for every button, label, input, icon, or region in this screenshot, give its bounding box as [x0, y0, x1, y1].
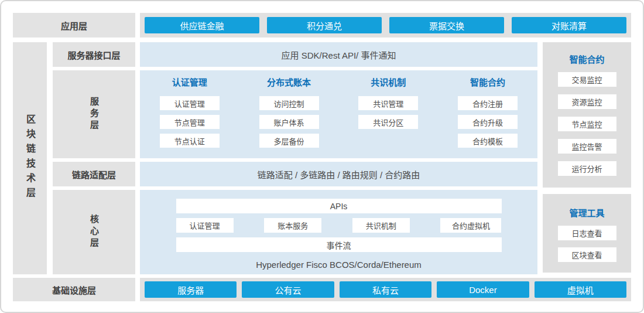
server-interface-layer-label: 服务器接口层: [53, 42, 135, 67]
core-layer-panel: APIs 认证管理 账本服务 共识机制 合约虚拟机 事件流 Hyperledge…: [140, 190, 537, 274]
panel-item-block-view: 区块查看: [558, 247, 616, 262]
blockchain-tech-layer-label: 区块链技术层: [23, 114, 37, 202]
panel-item-resource-monitor: 资源监控: [558, 94, 616, 109]
service-column-header: 分布式账本: [267, 77, 311, 88]
apis-bar: APIs: [176, 199, 502, 213]
blockchain-tech-layer-labelbox: 区块链技术层: [13, 42, 47, 274]
infra-button-server: 服务器: [145, 281, 237, 298]
panel-item-log-view: 日志查看: [558, 226, 616, 240]
panel-item-operation-analysis: 运行分析: [558, 161, 616, 176]
app-button-reconciliation: 对账清算: [512, 17, 626, 33]
right-panel-column: 智能合约 交易监控 资源监控 节点监控 监控告警 运行分析 管理工具 日志查看 …: [543, 42, 631, 274]
service-item: 合约模板: [458, 134, 518, 148]
app-layer-label: 应用层: [13, 13, 135, 38]
service-layer-label-text: 服务层: [88, 97, 100, 132]
management-tools-panel-items: 日志查看 区块查看: [558, 226, 616, 262]
service-item: 节点管理: [160, 115, 220, 129]
management-tools-panel: 管理工具 日志查看 区块查看: [543, 194, 631, 273]
service-column-header: 智能合约: [470, 77, 505, 88]
infra-button-private-cloud: 私有云: [340, 281, 431, 298]
infra-button-docker: Docker: [437, 281, 529, 298]
panel-item-transaction-monitor: 交易监控: [558, 72, 616, 87]
service-item: 多层备份: [259, 134, 319, 148]
event-stream-bar: 事件流: [176, 237, 502, 252]
service-column-header: 共识机制: [371, 77, 406, 88]
core-module: 账本服务: [264, 218, 321, 233]
link-adapter-bar: 链路适配 / 多链路由 / 路由规则 / 合约路由: [140, 162, 537, 186]
service-item: 节点认证: [160, 134, 220, 148]
service-layer-panel: 认证管理 认证管理 节点管理 节点认证 分布式账本 访问控制 账户体系 多层备份…: [140, 70, 537, 158]
service-column-ledger: 分布式账本 访问控制 账户体系 多层备份: [239, 77, 339, 158]
app-button-points-exchange: 积分通兑: [267, 17, 382, 33]
app-button-bill-exchange: 票据交换: [389, 17, 504, 33]
core-layer-label-text: 核心层: [88, 215, 100, 250]
core-module: 合约虚拟机: [440, 218, 501, 233]
service-column-smart-contract: 智能合约 合约注册 合约升级 合约模板: [438, 77, 537, 158]
core-modules-row: 认证管理 账本服务 共识机制 合约虚拟机: [176, 218, 502, 233]
smart-contract-panel-items: 交易监控 资源监控 节点监控 监控告警 运行分析: [558, 72, 616, 176]
service-item: 合约升级: [458, 115, 518, 129]
core-module: 认证管理: [176, 218, 234, 233]
service-column-header: 认证管理: [172, 77, 207, 88]
service-column-auth: 认证管理 认证管理 节点管理 节点认证: [140, 77, 239, 158]
platforms-text: Hyperledger Fisco BCOS/Corda/Ethereum: [256, 260, 422, 270]
core-layer-label: 核心层: [53, 190, 135, 274]
management-tools-panel-header: 管理工具: [569, 206, 604, 219]
panel-item-node-monitor: 节点监控: [558, 117, 616, 131]
link-adapter-layer-label: 链路适配层: [53, 162, 135, 186]
panel-item-monitor-alert: 监控告警: [558, 139, 616, 154]
service-item: 认证管理: [160, 96, 220, 110]
infrastructure-button-strip: 服务器 公有云 私有云 Docker 虚拟机: [140, 278, 631, 301]
service-item: 共识分区: [358, 115, 418, 129]
service-item: 访问控制: [259, 96, 319, 110]
service-layer-label: 服务层: [53, 70, 135, 158]
service-item: 共识管理: [358, 96, 418, 110]
infrastructure-layer-row: 基础设施层 服务器 公有云 私有云 Docker 虚拟机: [13, 278, 631, 301]
infra-button-vm: 虚拟机: [535, 281, 626, 298]
app-button-supply-chain-finance: 供应链金融: [145, 17, 259, 33]
app-layer-button-strip: 供应链金融 积分通兑 票据交换 对账清算: [140, 13, 631, 38]
sublayer-content-column: 应用 SDK/Rest API/ 事件通知 认证管理 认证管理 节点管理 节点认…: [140, 42, 537, 274]
smart-contract-panel: 智能合约 交易监控 资源监控 节点监控 监控告警 运行分析: [543, 42, 631, 188]
blockchain-architecture-diagram: 应用层 供应链金融 积分通兑 票据交换 对账清算 区块链技术层 服务器接口层 服…: [0, 0, 644, 313]
blockchain-tech-layer: 区块链技术层 服务器接口层 服务层 链路适配层 核心层 应用 SDK/Rest …: [13, 42, 631, 274]
smart-contract-panel-header: 智能合约: [569, 53, 604, 65]
infra-button-public-cloud: 公有云: [242, 281, 334, 298]
service-item: 账户体系: [259, 115, 319, 129]
sublayer-label-column: 服务器接口层 服务层 链路适配层 核心层: [53, 42, 135, 274]
sdk-api-bar: 应用 SDK/Rest API/ 事件通知: [140, 42, 537, 67]
service-item: 合约注册: [458, 96, 518, 110]
service-column-consensus: 共识机制 共识管理 共识分区: [339, 77, 439, 158]
infrastructure-layer-label: 基础设施层: [13, 278, 135, 301]
app-layer-row: 应用层 供应链金融 积分通兑 票据交换 对账清算: [13, 13, 631, 38]
core-module: 共识机制: [352, 218, 410, 233]
